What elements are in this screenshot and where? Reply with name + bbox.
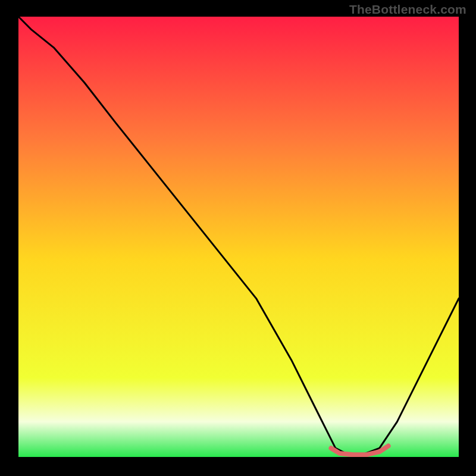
watermark-text: TheBottleneck.com [349,2,466,17]
outer-frame: TheBottleneck.com [0,0,476,476]
chart-svg [18,17,459,457]
plot-area [18,17,459,457]
